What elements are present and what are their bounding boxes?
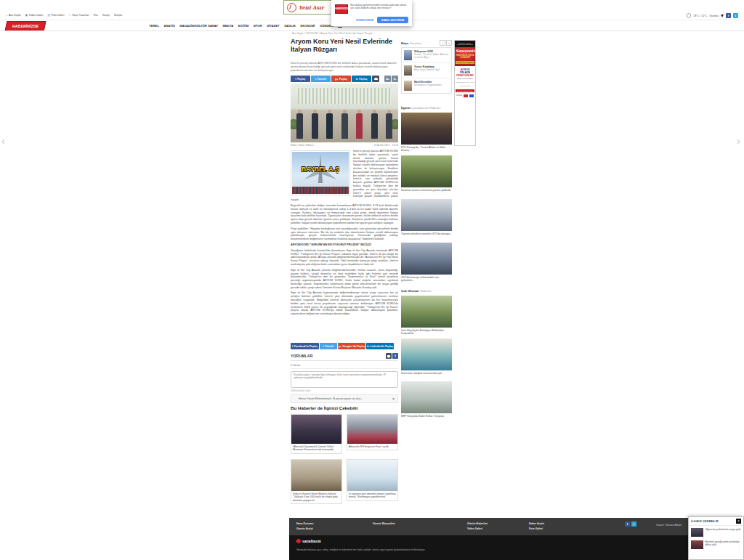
page-next-arrow[interactable]: › (737, 135, 740, 146)
share-twitter-button[interactable]: tTweetle (320, 343, 337, 349)
columnist-row[interactable]: Nazif Kesekler İnsanlığımızı Kaybetmeden… (402, 78, 451, 93)
weather-city[interactable]: İstanbul (709, 15, 719, 17)
facebook-comments-tab-button[interactable]: f (392, 353, 398, 359)
topbar-link-label: Rss (94, 14, 98, 17)
nav-item-saglik[interactable]: SAĞLIK (284, 24, 296, 28)
related-card[interactable]: Gıda ve Kontrol Genel Müdürü Selçuk: "Ya… (291, 459, 342, 504)
nav-item-siyaset[interactable]: SİYASET (267, 24, 280, 28)
sidebar-news-title[interactable]: Veteranlar voleybol turnuvasında şok... (401, 372, 452, 375)
comments-tab-button[interactable] (386, 353, 392, 359)
columnist-row[interactable]: Süleyman GÖK Kurban, Yönetilen Şiddet, A… (402, 48, 451, 63)
topbar-link-label: Köşe Yazarları (72, 14, 89, 17)
topbar-columnists-link[interactable]: ✎Köşe Yazarları (69, 14, 89, 17)
filter-icon[interactable] (721, 15, 724, 17)
nav-item-spor[interactable]: SPOR (254, 24, 262, 28)
font-increase-button[interactable]: A+ (384, 76, 391, 82)
facebook-icon: f (292, 345, 293, 348)
crowd-graphic (292, 187, 349, 194)
comment-input[interactable] (291, 371, 398, 388)
nav-item-yerel[interactable]: YEREL (149, 24, 159, 28)
share-facebook-button[interactable]: fPaylaş (291, 76, 310, 82)
nav-item-ekonomi[interactable]: EKONOMİ (301, 24, 315, 28)
footer-link[interactable]: Gazete Manşetleri (373, 522, 395, 527)
sidebar-news-item[interactable] (401, 199, 452, 231)
print-button[interactable] (372, 76, 379, 82)
sidebar-news-title[interactable]: GTO'da kırtasiye sektöründeki son gelişm… (401, 276, 452, 283)
nav-item-magazin[interactable]: MAGAZİN/KÜLTÜR SANAT (179, 24, 218, 28)
footer-link[interactable]: Foto Galeri (529, 527, 544, 532)
nav-item-egitim[interactable]: EĞİTİM (238, 24, 248, 28)
chevron-right-icon[interactable]: › (446, 40, 452, 46)
top-banner-ad[interactable]: Yeni Asır (283, 0, 332, 15)
widget-news-item[interactable]: Öğrenciler polislerle bir araya geldi (689, 526, 743, 538)
recommendation-widget: İLGİNİZİ ÇEKEBİLİR × Öğrenciler polisler… (688, 516, 744, 560)
nav-item-medya[interactable]: MEDYA (223, 24, 234, 28)
breadcrumb[interactable]: Ana Sayfa » EKONOMİ » Aryom Koru Yeni Ne… (292, 32, 474, 35)
section-title-light: Çekebilecek Haberler (412, 106, 441, 110)
sidebar-news-title[interactable]: Karaman havucu üreticisinin yüzünü güldü… (401, 189, 452, 192)
site-logo[interactable]: HABERİNİZDE (5, 21, 46, 31)
popup-decline-button[interactable]: İSTEMİYORUM (356, 19, 373, 22)
related-card[interactable]: 'Alternatif Uyuşmazlık Çözüm Yolları' Ma… (291, 414, 342, 454)
footer-logo-icon (296, 538, 302, 544)
twitter-icon[interactable]: t (631, 522, 636, 527)
sidebar-news-title[interactable]: Taşeron şirketlerin sorunları GTO'da mas… (401, 232, 452, 235)
related-title: Bu Haberler de İlginizi Çekebilir (291, 405, 358, 410)
related-card[interactable]: İş hayatına geri dönmek isteyen kadınlar… (347, 459, 398, 501)
page-prev-arrow[interactable]: ‹ (1, 135, 5, 146)
footer-col: Haber Arşivi Foto Galeri (529, 522, 544, 532)
facebook-icon: f (296, 78, 296, 81)
columnist-row[interactable]: Yunus Karakaya Emin misin, Normal Olay? (402, 63, 451, 78)
section-title-light: Haberler (420, 289, 432, 293)
sidebar-news-item[interactable] (401, 381, 452, 413)
twitter-icon[interactable]: t (733, 13, 738, 18)
sidebar-news-item[interactable] (401, 338, 452, 370)
font-decrease-button[interactable]: A- (392, 76, 398, 82)
sidebar-news-item[interactable] (401, 113, 452, 145)
sidebar-news-title[interactable]: KTO Karatay'da, "Ticaret Ahlakı ve Helal… (401, 146, 452, 153)
topbar-contact-link[interactable]: İletişim (114, 14, 122, 17)
topbar-video-link[interactable]: ▣Video Galeri (25, 14, 44, 17)
close-icon[interactable]: × (736, 519, 741, 524)
related-card-title: Gıda ve Kontrol Genel Müdürü Selçuk: "Ya… (291, 491, 341, 503)
pencil-icon: ✎ (69, 14, 71, 17)
footer-logo[interactable]: sanalbasin (296, 539, 321, 543)
sidebar-news-item[interactable] (401, 243, 452, 275)
skyscraper-ad[interactable]: Tepekule Kongre Merkezi'nde Bayramlık So… (454, 40, 476, 146)
columnist-article: İnsanlığımızı Kaybetmeden... (414, 84, 443, 87)
sidebar-news-item[interactable] (401, 155, 452, 187)
columnist-article: Emin misin, Normal Olay? (414, 69, 440, 72)
topbar-kunye-link[interactable]: Künye (102, 14, 110, 17)
share-googleplus-button[interactable]: g+Google+'da Paylaş (338, 343, 365, 349)
footer-link[interactable]: Günün Haberleri (467, 522, 488, 527)
related-card[interactable]: Adana'da 'EV'leniyoruz Fuarı' açıldı (347, 414, 398, 450)
share-twitter-button[interactable]: tTweetle (311, 76, 331, 82)
chevron-left-icon[interactable]: ‹ (440, 40, 445, 46)
footer-link[interactable]: Hava Durumu (296, 522, 313, 527)
topbar-home-link[interactable]: ⌂Ana Sayfa (6, 14, 21, 17)
topbar-photo-link[interactable]: ▤Foto Galeri (48, 14, 65, 17)
popup-accept-button[interactable]: KABUL EDİYORUM (377, 17, 408, 23)
inline-ad[interactable]: BAYBEL A.Ş (291, 150, 350, 195)
share-label: Paylaş (339, 78, 347, 81)
inline-ad-text: BAYBEL A.Ş (292, 168, 349, 171)
widget-news-title: Hareketli geçtiği çekim kareleriyle dikk… (705, 540, 742, 549)
share-linkedin-button[interactable]: inPaylaş (352, 76, 371, 82)
close-icon[interactable]: × (392, 397, 395, 401)
topbar-rss-link[interactable]: Rss (94, 14, 98, 17)
share-googleplus-button[interactable]: g+Paylaş (331, 76, 351, 82)
footer-software[interactable]: Yazılım: Teknova Bilişim (656, 524, 682, 527)
footer-link[interactable]: Gazete Arşivi (296, 527, 313, 532)
footer-link[interactable]: Video Galeri (467, 527, 488, 532)
share-facebook-button[interactable]: fFacebook'ta Paylaş (291, 343, 319, 349)
share-linkedin-button[interactable]: inLinkedin'de Paylaş (366, 343, 394, 349)
sidebar-news-title[interactable]: MHP Karşıyaka Kadın Kolları Yürüyüşü (401, 415, 452, 418)
facebook-icon[interactable]: f (625, 522, 630, 527)
facebook-icon[interactable]: f (726, 13, 731, 18)
footer-link[interactable]: Haber Arşivi (529, 522, 544, 527)
sidebar-news-title[interactable]: İzmir Büyükşehir Belediyesi Bisikletlile… (401, 329, 452, 336)
widget-news-item[interactable]: Hareketli geçtiği çekim kareleriyle dikk… (689, 538, 743, 551)
sidebar-news-item[interactable] (401, 296, 452, 328)
nav-item-asayis[interactable]: ASAYİŞ (163, 24, 174, 28)
ad-date: 16-21 ARALIK 2017 (456, 61, 474, 65)
